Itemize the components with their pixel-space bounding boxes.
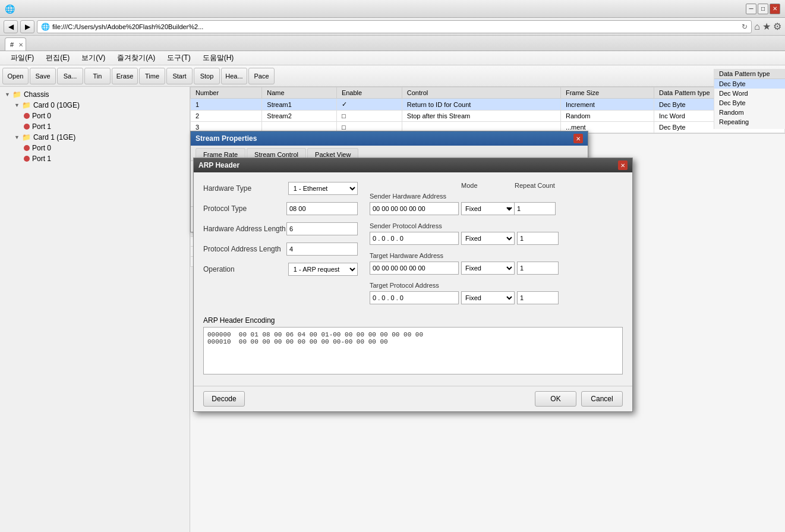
tree-card1-port1[interactable]: Port 1: [21, 153, 187, 164]
tree-card1-port0[interactable]: Port 0: [21, 143, 187, 153]
col-enable: Enable: [336, 87, 402, 99]
toolbar-hea[interactable]: Hea...: [221, 68, 247, 84]
proto-addr-len-input[interactable]: [286, 243, 358, 256]
toolbar-pace[interactable]: Pace: [248, 68, 275, 84]
sender-proto-addr-mode-select[interactable]: FixedIncrementDecrementRandom: [461, 232, 515, 245]
col-name: Name: [262, 87, 337, 99]
stream-props-close[interactable]: ✕: [573, 134, 583, 143]
tab-label: #: [10, 41, 14, 48]
target-proto-addr-repeat-input[interactable]: [517, 291, 559, 304]
cell-control: Return to ID for Count: [402, 99, 560, 111]
port-icon: [24, 113, 30, 119]
toolbar: Open Save Sa... Tin Erase Time Start Sto…: [0, 65, 785, 87]
tree-chassis[interactable]: ▼ 📁 Chassis: [2, 89, 187, 100]
sender-hw-addr-group: Sender Hardware Address FixedIncrementDe…: [370, 193, 623, 215]
target-hw-addr-input[interactable]: [370, 262, 459, 275]
hw-addr-len-label: Hardware Address Length: [203, 225, 286, 233]
refresh-icon[interactable]: ↻: [742, 23, 748, 31]
table-row[interactable]: 2 Stream2 □ Stop after this Stream Rando…: [191, 111, 785, 122]
arp-titlebar: ARP Header ✕: [194, 158, 632, 172]
tab-close-button[interactable]: ✕: [18, 41, 23, 48]
forward-button[interactable]: ▶: [20, 20, 34, 33]
hw-addr-len-input[interactable]: [286, 222, 358, 235]
star-icon[interactable]: ★: [762, 21, 771, 32]
cell-enable: ✓: [336, 99, 402, 111]
address-bar: 🌐 ↻: [37, 20, 752, 33]
back-button[interactable]: ◀: [4, 20, 18, 33]
menu-edit[interactable]: 편집(E): [40, 52, 75, 64]
ok-button[interactable]: OK: [535, 391, 576, 407]
pattern-random[interactable]: Repeating: [714, 117, 785, 127]
operation-select[interactable]: 1 - ARP request: [288, 263, 358, 276]
menu-favorites[interactable]: 즐겨찾기(A): [111, 52, 161, 64]
proto-addr-len-row: Protocol Address Length: [203, 243, 358, 256]
hardware-type-select[interactable]: 1 - Ethernet: [288, 182, 358, 195]
encoding-section: ARP Header Encoding: [203, 316, 623, 376]
target-hw-addr-mode-select[interactable]: FixedIncrementDecrementRandom: [461, 262, 515, 275]
sender-hw-addr-input[interactable]: [370, 202, 459, 215]
decode-button[interactable]: Decode: [203, 391, 245, 407]
close-button[interactable]: ✕: [770, 4, 780, 14]
browser-chrome: 🌐 ─ □ ✕ ◀ ▶ 🌐 ↻ ⌂ ★ ⚙ # ✕ 파일(F) 편집(E) 보기…: [0, 0, 785, 87]
port-icon: [24, 145, 30, 151]
toolbar-sa[interactable]: Sa...: [57, 68, 83, 84]
pattern-dec-byte-2[interactable]: Dec Byte: [714, 98, 785, 108]
cell-name: Stream2: [262, 111, 337, 122]
target-hw-addr-repeat-input[interactable]: [517, 262, 559, 275]
sender-proto-addr-input[interactable]: [370, 232, 459, 245]
settings-icon[interactable]: ⚙: [773, 21, 781, 32]
sender-hw-addr-mode-select[interactable]: FixedIncrementDecrementRandom: [461, 202, 515, 215]
toolbar-tin[interactable]: Tin: [84, 68, 111, 84]
tree-card1[interactable]: ▼ 📁 Card 1 (1GE): [12, 132, 187, 143]
target-proto-addr-group: Target Protocol Address FixedIncrementDe…: [370, 282, 623, 304]
toolbar-start[interactable]: Start: [166, 68, 193, 84]
sender-hw-addr-repeat-input[interactable]: [514, 202, 556, 215]
browser-tab[interactable]: # ✕: [5, 37, 26, 51]
sender-proto-addr-repeat-input[interactable]: [517, 232, 559, 245]
menu-view[interactable]: 보기(V): [75, 52, 111, 64]
address-input[interactable]: [52, 23, 739, 30]
arp-content: Hardware Type 1 - Ethernet Protocol Type…: [194, 172, 632, 386]
proto-addr-len-label: Protocol Address Length: [203, 245, 286, 253]
target-hw-addr-label: Target Hardware Address: [370, 252, 623, 259]
maximize-button[interactable]: □: [758, 4, 768, 14]
cell-number: 2: [191, 111, 262, 122]
protocol-type-input[interactable]: [286, 202, 358, 215]
toolbar-stop[interactable]: Stop: [194, 68, 220, 84]
minimize-button[interactable]: ─: [746, 4, 756, 14]
tree-card0[interactable]: ▼ 📁 Card 0 (10GE): [12, 100, 187, 111]
pattern-inc-word[interactable]: Dec Word: [714, 89, 785, 98]
menu-file[interactable]: 파일(F): [5, 52, 40, 64]
col-control: Control: [402, 87, 560, 99]
menu-help[interactable]: 도움말(H): [197, 52, 240, 64]
arp-close-button[interactable]: ✕: [618, 160, 628, 170]
encoding-textarea[interactable]: [203, 327, 623, 374]
stream-props-title: Stream Properties: [196, 134, 257, 143]
toolbar-time[interactable]: Time: [139, 68, 165, 84]
encoding-label: ARP Header Encoding: [203, 316, 623, 325]
toolbar-erase[interactable]: Erase: [112, 68, 138, 84]
titlebar: 🌐 ─ □ ✕: [0, 0, 785, 18]
menu-tools[interactable]: 도구(T): [161, 52, 196, 64]
col-framesize: Frame Size: [560, 87, 654, 99]
target-hw-addr-row: FixedIncrementDecrementRandom: [370, 262, 623, 275]
target-proto-addr-input[interactable]: [370, 291, 459, 304]
cell-control: Stop after this Stream: [402, 111, 560, 122]
cell-number: 1: [191, 99, 262, 111]
table-row[interactable]: 1 Stream1 ✓ Return to ID for Count Incre…: [191, 99, 785, 111]
home-icon[interactable]: ⌂: [754, 21, 760, 32]
tree-card0-port1[interactable]: Port 1: [21, 121, 187, 132]
cancel-button[interactable]: Cancel: [581, 391, 623, 407]
pattern-dec-word[interactable]: Random: [714, 108, 785, 117]
arp-right-fields: Mode Repeat Count Sender Hardware Addres…: [370, 182, 623, 311]
target-proto-addr-row: FixedIncrementDecrementRandom: [370, 291, 623, 304]
card-icon: 📁: [22, 133, 31, 141]
pattern-repeating[interactable]: [714, 127, 785, 129]
tree-card0-port0[interactable]: Port 0: [21, 111, 187, 121]
sender-proto-addr-label: Sender Protocol Address: [370, 222, 623, 229]
toolbar-save[interactable]: Save: [30, 68, 56, 84]
arp-left-fields: Hardware Type 1 - Ethernet Protocol Type…: [203, 182, 358, 311]
port-icon: [24, 156, 30, 162]
toolbar-open[interactable]: Open: [2, 68, 29, 84]
target-proto-addr-mode-select[interactable]: FixedIncrementDecrementRandom: [461, 291, 515, 304]
